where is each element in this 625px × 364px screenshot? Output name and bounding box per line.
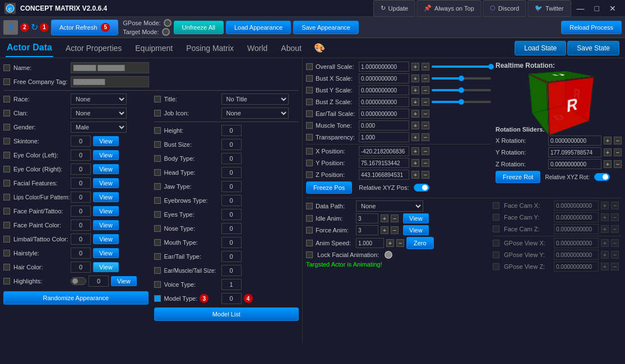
title-select[interactable]: No Title [221, 94, 289, 105]
save-state-button[interactable]: Save State [567, 41, 619, 55]
face-paint-input[interactable] [71, 206, 91, 217]
bust-y-input[interactable] [359, 85, 409, 95]
gpose-view-y-checkbox[interactable] [493, 251, 499, 258]
tab-about[interactable]: About [280, 40, 303, 56]
tab-equipment[interactable]: Equipment [134, 40, 174, 56]
facial-input[interactable] [71, 178, 91, 189]
tab-actor-properties[interactable]: Actor Properties [64, 40, 123, 56]
model-list-button[interactable]: Model List [154, 307, 299, 321]
transparency-input[interactable] [359, 132, 409, 142]
z-rot-plus[interactable]: + [604, 160, 612, 168]
gpose-view-y-minus[interactable]: − [611, 251, 619, 259]
palette-icon[interactable]: 🎨 [314, 43, 325, 54]
gpose-view-z-checkbox[interactable] [493, 263, 499, 270]
ear-tail-minus[interactable]: − [422, 110, 429, 118]
force-anim-plus[interactable]: + [381, 226, 388, 234]
overall-scale-minus[interactable]: − [422, 63, 429, 71]
freeze-rot-button[interactable]: Freeze Rot [496, 171, 540, 183]
eyes-type-input[interactable] [221, 209, 242, 220]
ear-tail-type-input[interactable] [221, 251, 242, 262]
lock-facial-checkbox[interactable] [306, 251, 313, 258]
ear-tail-type-checkbox[interactable] [154, 253, 161, 260]
highlights-input[interactable] [89, 276, 109, 287]
skintone-view-btn[interactable]: View [93, 136, 119, 146]
gender-select[interactable]: Male [71, 122, 127, 133]
force-anim-view-btn[interactable]: View [403, 225, 429, 235]
model-type-checkbox[interactable] [154, 295, 161, 302]
y-pos-checkbox[interactable] [306, 160, 313, 166]
ear-muscle-input[interactable] [221, 265, 242, 276]
highlights-view-btn[interactable]: View [111, 276, 137, 286]
force-anim-minus[interactable]: − [391, 226, 399, 234]
gpose-view-y-plus[interactable]: + [601, 251, 609, 259]
title-checkbox[interactable] [154, 96, 161, 102]
overall-scale-thumb[interactable] [488, 64, 494, 69]
bust-z-track[interactable] [432, 101, 491, 103]
save-appearance-button[interactable]: Save Appearance [293, 21, 359, 34]
x-rot-input[interactable] [548, 136, 601, 146]
load-state-button[interactable]: Load State [515, 41, 566, 55]
idle-anim-checkbox[interactable] [306, 215, 313, 222]
close-button[interactable]: ✕ [605, 0, 621, 17]
overall-scale-track[interactable] [432, 66, 491, 68]
face-paint-checkbox[interactable] [3, 208, 10, 214]
z-rot-input[interactable] [548, 159, 601, 169]
overall-scale-checkbox[interactable] [306, 63, 313, 70]
y-pos-minus[interactable]: − [422, 159, 429, 167]
name-checkbox[interactable] [3, 64, 10, 71]
y-pos-input[interactable] [359, 158, 409, 168]
face-cam-z-minus[interactable]: − [611, 225, 619, 233]
x-pos-checkbox[interactable] [306, 148, 313, 155]
ear-tail-plus[interactable]: + [411, 110, 419, 118]
eye-left-checkbox[interactable] [3, 152, 10, 158]
skintone-checkbox[interactable] [3, 138, 10, 144]
bust-z-checkbox[interactable] [306, 99, 313, 105]
bust-y-track[interactable] [432, 89, 491, 91]
x-rot-minus[interactable]: − [614, 137, 622, 144]
bust-z-thumb[interactable] [459, 99, 464, 105]
data-path-select[interactable]: None [356, 200, 423, 212]
face-cam-z-checkbox[interactable] [493, 226, 499, 232]
face-cam-x-minus[interactable]: − [611, 202, 619, 209]
bust-y-checkbox[interactable] [306, 87, 313, 94]
bust-x-plus[interactable]: + [411, 74, 419, 82]
bust-z-minus[interactable]: − [422, 98, 429, 106]
body-type-checkbox[interactable] [154, 155, 161, 162]
bust-x-minus[interactable]: − [422, 74, 429, 82]
hair-color-input[interactable] [71, 262, 91, 273]
transparency-minus[interactable]: − [422, 133, 429, 141]
idle-anim-plus[interactable]: + [381, 214, 388, 222]
idle-anim-view-btn[interactable]: View [403, 213, 429, 223]
reload-process-button[interactable]: Reload Process [561, 21, 622, 34]
face-cam-y-minus[interactable]: − [611, 213, 619, 221]
ear-tail-scale-checkbox[interactable] [306, 110, 313, 117]
relative-xyz-toggle[interactable] [414, 184, 429, 192]
limbal-input[interactable] [71, 234, 91, 245]
face-cam-x-checkbox[interactable] [493, 202, 499, 209]
target-mode-toggle[interactable] [162, 28, 170, 36]
lips-checkbox[interactable] [3, 194, 10, 200]
muscle-tone-input[interactable] [359, 120, 409, 130]
anim-speed-minus[interactable]: − [396, 239, 404, 247]
bust-x-thumb[interactable] [459, 76, 464, 81]
y-rot-minus[interactable]: − [614, 148, 622, 156]
nose-input[interactable] [221, 223, 242, 234]
eye-left-view-btn[interactable]: View [93, 150, 119, 160]
gpose-view-x-checkbox[interactable] [493, 240, 499, 246]
update-button[interactable]: ↻ Update [373, 0, 415, 17]
bust-size-checkbox[interactable] [154, 141, 161, 148]
voice-input[interactable] [221, 279, 242, 290]
bust-y-thumb[interactable] [459, 87, 464, 93]
face-cam-y-plus[interactable]: + [601, 213, 609, 221]
clan-checkbox[interactable] [3, 110, 10, 116]
idle-anim-input[interactable] [356, 213, 378, 223]
skintone-input[interactable] [71, 136, 91, 147]
force-anim-input[interactable] [356, 225, 378, 235]
data-path-checkbox[interactable] [306, 203, 313, 209]
gpose-view-z-minus[interactable]: − [611, 263, 619, 270]
randomize-appearance-button[interactable]: Randomize Appearance [3, 291, 149, 305]
gpose-view-x-input[interactable] [554, 238, 599, 248]
bust-x-input[interactable] [359, 73, 409, 83]
eye-right-checkbox[interactable] [3, 166, 10, 172]
z-pos-input[interactable] [359, 170, 409, 180]
